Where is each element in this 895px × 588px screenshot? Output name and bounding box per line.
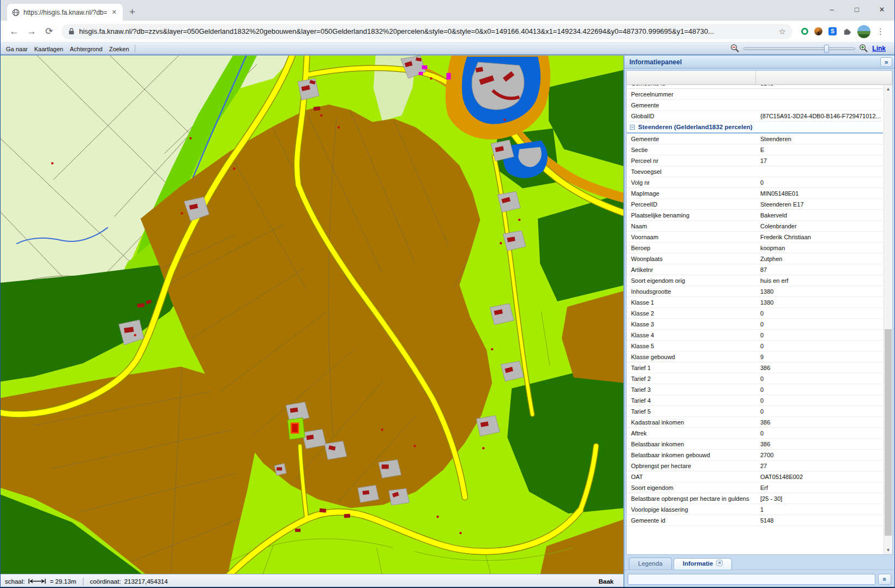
zoom-in-icon[interactable] — [859, 44, 868, 53]
table-row: GlobalID{87C15A91-3D24-4DB0-B146-F729471… — [627, 111, 883, 122]
scale-ruler-icon — [28, 578, 46, 584]
row-label: Gemeente — [627, 136, 756, 142]
cadastral-map — [1, 56, 623, 574]
row-value: [25 - 30] — [756, 495, 883, 502]
table-row: Opbrengst per hectare27 — [627, 460, 883, 471]
row-value: 17 — [756, 157, 883, 164]
table-row: Voorlopige klassering1 — [627, 504, 883, 515]
rows-top: PerceelnummerGemeenteGlobalID{87C15A91-3… — [627, 89, 883, 122]
row-label: Perceel nr — [627, 157, 756, 164]
row-label: Naam — [627, 223, 756, 229]
forward-button[interactable]: → — [23, 23, 40, 40]
info-panel-header: Informatiepaneel » — [624, 56, 894, 69]
url-text: hisgis.fa.knaw.nl/?db=zzvs&layer=050Geld… — [79, 27, 774, 35]
new-tab-button[interactable]: + — [129, 6, 135, 18]
row-label: Gemeente — [627, 102, 756, 108]
row-label: Inhoudsgrootte — [627, 288, 756, 295]
profile-avatar[interactable] — [857, 25, 870, 38]
town-label: Baak — [599, 578, 620, 585]
minimize-button[interactable]: – — [819, 0, 844, 19]
address-bar[interactable]: hisgis.fa.knaw.nl/?db=zzvs&layer=050Geld… — [62, 24, 792, 39]
row-label: Tarief 5 — [627, 408, 756, 415]
table-row: Plaatselijke benamingBakerveld — [627, 210, 883, 221]
extensions-puzzle-icon[interactable] — [843, 27, 851, 36]
chrome-menu-icon[interactable]: ⋮ — [876, 27, 885, 37]
row-value: Colenbrander — [756, 223, 883, 229]
zoom-out-icon[interactable] — [730, 44, 740, 53]
info-panel: Informatiepaneel » Gemeente id 5148 Perc… — [623, 56, 894, 588]
scroll-down-button[interactable]: ▼ — [884, 546, 892, 554]
table-row: Artikelnr87 — [627, 264, 883, 275]
table-row-clipped: Gemeente id 5148 — [627, 85, 883, 89]
menu-item-zoeken[interactable]: Zoeken — [106, 46, 133, 52]
info-table-body: Gemeente id 5148 PerceelnummerGemeenteGl… — [627, 85, 883, 526]
row-value: 0 — [756, 310, 883, 317]
row-label: Voornaam — [627, 234, 756, 240]
table-row: Soort eigendom orighuis en erf — [627, 275, 883, 286]
maximize-button[interactable]: □ — [844, 0, 869, 19]
extension-ring-icon[interactable] — [801, 28, 808, 35]
table-row: Inhoudsgrootte1380 — [627, 286, 883, 297]
row-value: koopman — [756, 245, 883, 251]
row-value: 386 — [756, 419, 883, 426]
selected-parcel-marker[interactable] — [287, 418, 305, 440]
table-row: Perceelnummer — [627, 89, 883, 100]
row-value: Steenderen — [756, 136, 883, 142]
row-value: 27 — [756, 463, 883, 469]
row-label: Plaatselijke benaming — [627, 212, 756, 219]
row-label: Kadastraal inkomen — [627, 419, 756, 426]
row-value: 0 — [756, 321, 883, 328]
collapse-section-icon[interactable]: − — [630, 125, 635, 130]
row-label: Woonplaats — [627, 256, 756, 262]
link-button[interactable]: Link — [872, 45, 886, 52]
panel-expand-button[interactable]: » — [880, 57, 892, 67]
table-row: SectieE — [627, 144, 883, 155]
header-cell-value[interactable] — [756, 71, 892, 84]
header-cell-label[interactable] — [627, 71, 756, 84]
tab-close-icon[interactable]: ✕ — [716, 560, 723, 566]
row-label: Tarief 4 — [627, 397, 756, 404]
row-value: Frederik Christiaan — [756, 234, 883, 240]
row-value: 0 — [756, 332, 883, 338]
row-label: Toevoegsel — [627, 168, 756, 175]
row-label: Tarief 1 — [627, 365, 756, 371]
row-label: Volg nr — [627, 179, 756, 186]
menu-item-ga-naar[interactable]: Ga naar — [3, 46, 31, 52]
browser-tab[interactable]: https://hisgis.fa.knaw.nl/?db=zzv ✕ — [7, 4, 123, 21]
extension-color-icon[interactable] — [814, 27, 822, 35]
extension-s-icon[interactable]: S — [828, 27, 837, 35]
zoom-slider-handle[interactable] — [824, 45, 829, 53]
row-label: Gemeente id — [627, 517, 756, 524]
zoom-slider-track[interactable] — [743, 47, 855, 50]
bookmark-star-icon[interactable]: ☆ — [779, 27, 786, 37]
map-canvas[interactable] — [1, 56, 623, 574]
row-value: huis en erf — [756, 277, 883, 284]
tab-informatie-label: Informatie — [683, 560, 713, 567]
menu-item-achtergrond[interactable]: Achtergrond — [67, 46, 106, 52]
table-row: Soort eigendomErf — [627, 482, 883, 493]
row-value: 0 — [756, 430, 883, 437]
row-label: Gemeente id — [627, 85, 756, 87]
table-scrollbar[interactable]: ▲ ▼ — [884, 85, 892, 554]
tab-legenda[interactable]: Legenda — [629, 557, 672, 569]
panel-bottom-field[interactable] — [628, 574, 875, 585]
menu-item-kaartlagen[interactable]: Kaartlagen — [31, 46, 67, 52]
reload-button[interactable]: ⟳ — [41, 23, 57, 40]
table-row: VoornaamFrederik Christiaan — [627, 232, 883, 243]
scrollbar-thumb[interactable] — [885, 329, 892, 536]
row-label: Tarief 2 — [627, 375, 756, 382]
tab-informatie[interactable]: Informatie ✕ — [674, 558, 732, 569]
row-value: 0 — [756, 386, 883, 393]
tab-close-icon[interactable]: ✕ — [111, 9, 118, 16]
section-header-row[interactable]: − Steenderen (Gelderland1832 percelen) — [627, 122, 883, 134]
row-value: Erf — [756, 484, 883, 491]
table-row: WoonplaatsZutphen — [627, 253, 883, 264]
row-value: E — [756, 147, 883, 153]
collapse-panel-button[interactable]: « — [878, 574, 891, 585]
row-label: Tarief 3 — [627, 386, 756, 393]
zoom-slider[interactable] — [743, 44, 855, 53]
close-button[interactable]: ✕ — [869, 0, 894, 19]
back-button[interactable]: ← — [6, 23, 22, 40]
scroll-up-button[interactable]: ▲ — [884, 85, 892, 93]
row-value: 1380 — [756, 288, 883, 295]
